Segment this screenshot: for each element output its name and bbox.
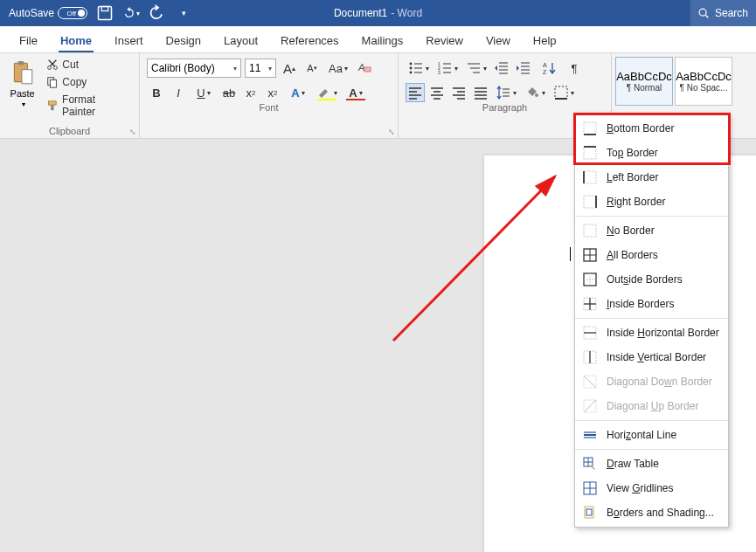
italic-button[interactable]: I xyxy=(169,83,188,102)
align-center-icon xyxy=(429,85,445,100)
undo-icon[interactable]: ▾ xyxy=(122,4,140,22)
svg-line-87 xyxy=(584,376,596,388)
menu-inside-horizontal[interactable]: Inside Horizontal Border xyxy=(575,321,728,345)
grow-font-button[interactable]: A▴ xyxy=(280,59,299,78)
svg-line-89 xyxy=(584,400,596,412)
style-name-normal: ¶ Normal xyxy=(627,83,662,93)
borders-button[interactable]: ▾ xyxy=(551,83,577,102)
save-icon[interactable] xyxy=(96,4,114,22)
tab-references[interactable]: References xyxy=(279,29,340,52)
menu-label: All Borders xyxy=(607,249,658,261)
cut-button[interactable]: Cut xyxy=(43,57,134,72)
menu-horizontal-line[interactable]: Horizontal Line xyxy=(575,423,728,447)
text-effects-button[interactable]: A▾ xyxy=(285,83,311,102)
menu-no-border[interactable]: No Border xyxy=(575,218,728,243)
svg-rect-70 xyxy=(584,196,596,208)
line-spacing-icon xyxy=(496,85,511,100)
menu-draw-table[interactable]: Draw Table xyxy=(575,452,728,476)
underline-button[interactable]: U▾ xyxy=(191,83,217,102)
subscript-button[interactable]: x2 xyxy=(241,83,260,102)
menu-borders-shading[interactable]: Borders and Shading... xyxy=(575,500,728,525)
tab-file[interactable]: File xyxy=(17,29,39,52)
qat-customize-icon[interactable]: ▾ xyxy=(175,4,192,22)
document-title: Document1 xyxy=(334,7,387,19)
font-color-swatch xyxy=(346,99,365,100)
autosave-toggle-knob xyxy=(78,10,85,17)
tab-layout[interactable]: Layout xyxy=(222,29,260,52)
align-right-icon xyxy=(451,85,467,100)
menu-inside-vertical[interactable]: Inside Vertical Border xyxy=(575,345,728,369)
decrease-indent-button[interactable] xyxy=(492,59,511,78)
menu-diagonal-down: Diagonal Down Border xyxy=(575,369,728,394)
style-normal[interactable]: AaBbCcDc ¶ Normal xyxy=(615,57,673,106)
border-icon xyxy=(553,85,569,100)
bold-button[interactable]: B xyxy=(147,83,166,102)
clipboard-launcher-icon[interactable]: ⤡ xyxy=(129,128,136,136)
menu-label: Right Border xyxy=(607,196,665,208)
menu-left-border[interactable]: Left Border xyxy=(575,165,728,190)
svg-point-19 xyxy=(410,72,413,74)
sort-icon: AZ xyxy=(541,60,557,76)
tab-review[interactable]: Review xyxy=(424,29,465,52)
font-color-button[interactable]: A ▾ xyxy=(343,83,369,102)
format-painter-button[interactable]: Format Painter xyxy=(43,92,134,120)
chevron-down-icon: ▾ xyxy=(136,10,140,17)
font-size-select[interactable]: 11 ▾ xyxy=(245,59,276,78)
clear-formatting-button[interactable]: A xyxy=(355,59,374,78)
superscript-button[interactable]: x2 xyxy=(263,83,282,102)
shrink-font-button[interactable]: A▾ xyxy=(302,59,322,78)
tab-design[interactable]: Design xyxy=(164,29,203,52)
highlight-button[interactable]: ▾ xyxy=(314,83,340,102)
tab-insert[interactable]: Insert xyxy=(113,29,145,52)
style-name-nospacing: ¶ No Spac... xyxy=(680,83,728,93)
number-list-icon: 123 xyxy=(437,60,453,76)
multilevel-list-button[interactable]: ▾ xyxy=(463,59,489,78)
line-spacing-button[interactable]: ▾ xyxy=(493,83,519,102)
strikethrough-button[interactable]: ab xyxy=(219,83,239,102)
menu-all-borders[interactable]: All Borders xyxy=(575,243,728,267)
change-case-button[interactable]: Aa▾ xyxy=(325,59,351,78)
gridlines-icon xyxy=(582,480,598,496)
menu-inside-borders[interactable]: Inside Borders xyxy=(575,292,728,316)
numbering-button[interactable]: 123▾ xyxy=(434,59,461,78)
align-left-button[interactable] xyxy=(406,83,425,102)
search-label: Search xyxy=(715,7,748,19)
font-name-select[interactable]: Calibri (Body) ▾ xyxy=(147,59,241,78)
menu-right-border[interactable]: Right Border xyxy=(575,190,728,214)
menu-separator xyxy=(575,449,728,450)
autosave-state: Off xyxy=(67,10,77,17)
search-box[interactable]: Search xyxy=(690,0,756,26)
justify-button[interactable] xyxy=(471,83,490,102)
sort-button[interactable]: AZ xyxy=(536,59,562,78)
borders-menu: Bottom Border Top Border Left Border Rig… xyxy=(574,114,729,528)
autosave-control[interactable]: AutoSave Off xyxy=(9,7,87,19)
svg-line-3 xyxy=(705,15,708,17)
align-center-button[interactable] xyxy=(427,83,447,102)
autosave-toggle[interactable]: Off xyxy=(58,7,87,19)
redo-icon[interactable] xyxy=(149,4,166,22)
font-launcher-icon[interactable]: ⤡ xyxy=(388,128,395,136)
menu-view-gridlines[interactable]: View Gridlines xyxy=(575,476,728,500)
shading-button[interactable]: ▾ xyxy=(522,83,548,102)
all-borders-icon xyxy=(582,247,598,263)
chevron-down-icon: ▾ xyxy=(268,65,272,72)
menu-separator xyxy=(575,420,728,421)
increase-indent-button[interactable] xyxy=(514,59,533,78)
style-nospacing[interactable]: AaBbCcDc ¶ No Spac... xyxy=(675,57,732,106)
svg-text:3: 3 xyxy=(438,70,440,75)
inside-vertical-icon xyxy=(582,349,598,365)
paintbrush-icon xyxy=(46,100,59,112)
paste-button[interactable]: Paste ▾ xyxy=(5,57,39,108)
tab-help[interactable]: Help xyxy=(531,29,558,52)
show-hide-button[interactable]: ¶ xyxy=(565,59,584,78)
tab-home[interactable]: Home xyxy=(59,29,94,52)
menu-separator xyxy=(575,318,728,319)
tab-view[interactable]: View xyxy=(484,29,512,52)
indent-icon xyxy=(516,60,531,76)
menu-label: Horizontal Line xyxy=(607,429,676,441)
align-right-button[interactable] xyxy=(449,83,468,102)
copy-button[interactable]: Copy xyxy=(43,74,134,90)
menu-outside-borders[interactable]: Outside Borders xyxy=(575,267,728,292)
tab-mailings[interactable]: Mailings xyxy=(360,29,406,52)
bullets-button[interactable]: ▾ xyxy=(406,59,432,78)
